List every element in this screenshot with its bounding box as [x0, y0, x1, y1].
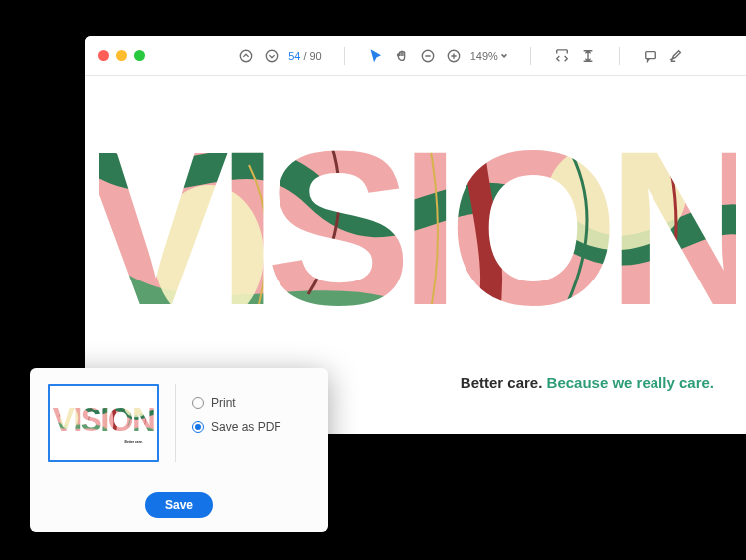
page-down-button[interactable] [263, 47, 280, 65]
fit-page-button[interactable] [579, 47, 597, 65]
output-options: Print Save as PDF [192, 384, 281, 484]
svg-point-4 [267, 50, 278, 61]
tagline-lead: Better care. [461, 374, 547, 391]
save-button[interactable]: Save [145, 492, 213, 518]
save-as-pdf-option[interactable]: Save as PDF [192, 420, 281, 434]
zoom-value: 149% [470, 50, 498, 62]
svg-rect-7 [646, 51, 656, 58]
radio-icon [192, 421, 204, 433]
page-separator: / [303, 50, 306, 62]
headline-text: VISION [99, 106, 736, 351]
fit-width-button[interactable] [553, 47, 571, 65]
zoom-out-button[interactable] [419, 47, 437, 65]
hand-tool-button[interactable] [393, 47, 411, 65]
selection-tool-button[interactable] [367, 47, 385, 65]
current-page: 54 [288, 50, 300, 62]
print-option[interactable]: Print [192, 396, 281, 410]
save-pdf-label: Save as PDF [211, 420, 281, 434]
zoom-in-button[interactable] [445, 47, 463, 65]
zoom-level-dropdown[interactable]: 149% [470, 50, 508, 62]
print-label: Print [211, 396, 236, 410]
page-up-button[interactable] [237, 47, 255, 65]
titlebar: 54 / 90 149% [85, 36, 746, 76]
save-dialog: VISION Better care. Print Save as PDF Sa… [30, 368, 328, 532]
total-pages: 90 [310, 50, 322, 62]
page-thumbnail[interactable]: VISION Better care. [48, 384, 159, 462]
toolbar-separator [619, 47, 620, 65]
tagline: Better care. Because we really care. [461, 374, 714, 391]
maximize-window-button[interactable] [134, 50, 145, 61]
toolbar-separator [344, 47, 345, 65]
dialog-separator [175, 384, 176, 462]
vision-artwork: VISION [99, 105, 736, 354]
svg-point-3 [241, 50, 252, 61]
svg-text:VISION: VISION [53, 401, 154, 438]
chevron-down-icon [500, 52, 508, 60]
close-window-button[interactable] [98, 50, 109, 61]
comment-tool-button[interactable] [642, 47, 659, 65]
window-controls [98, 50, 145, 61]
page-indicator[interactable]: 54 / 90 [288, 50, 322, 62]
thumbnail-art: VISION Better care. [51, 387, 156, 459]
toolbar: 54 / 90 149% [227, 47, 695, 65]
minimize-window-button[interactable] [116, 50, 127, 61]
highlight-tool-button[interactable] [667, 47, 685, 65]
radio-icon [192, 397, 204, 409]
tagline-accent: Because we really care. [547, 374, 714, 391]
svg-text:Better care.: Better care. [125, 440, 143, 444]
toolbar-separator [530, 47, 531, 65]
